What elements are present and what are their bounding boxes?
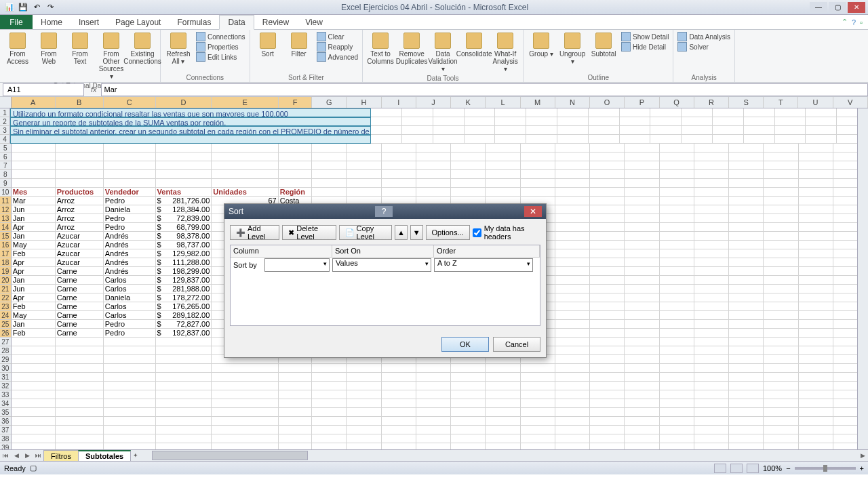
cell[interactable]: Jun bbox=[12, 205, 56, 214]
column-header-P[interactable]: P bbox=[625, 97, 659, 108]
cell[interactable]: Carne bbox=[56, 311, 104, 320]
cell[interactable] bbox=[694, 364, 729, 373]
macro-record-icon[interactable]: ▢ bbox=[30, 464, 37, 472]
cell[interactable] bbox=[104, 355, 156, 364]
cell[interactable] bbox=[104, 144, 156, 152]
cell[interactable] bbox=[416, 399, 451, 408]
cell[interactable] bbox=[465, 126, 496, 135]
cell[interactable]: Feb bbox=[12, 302, 56, 311]
cell[interactable] bbox=[279, 390, 312, 399]
cell[interactable] bbox=[56, 346, 104, 355]
cell[interactable]: Arroz bbox=[56, 223, 104, 232]
cell[interactable] bbox=[590, 267, 625, 276]
cell[interactable] bbox=[451, 399, 486, 408]
cell[interactable] bbox=[12, 346, 56, 355]
cell[interactable] bbox=[555, 152, 590, 161]
cell[interactable] bbox=[104, 338, 156, 346]
cell[interactable] bbox=[486, 161, 520, 170]
fx-icon[interactable]: fx bbox=[87, 85, 101, 94]
ribbon-button-from-text[interactable]: From Text bbox=[65, 31, 95, 66]
cell[interactable] bbox=[590, 249, 625, 258]
cell[interactable] bbox=[486, 364, 520, 373]
cell[interactable] bbox=[212, 144, 278, 152]
cell[interactable] bbox=[590, 179, 625, 188]
cell[interactable] bbox=[156, 152, 212, 161]
cell[interactable] bbox=[694, 144, 729, 152]
cell[interactable] bbox=[279, 373, 312, 382]
cell[interactable] bbox=[799, 170, 833, 179]
cell[interactable] bbox=[486, 443, 520, 449]
cell[interactable] bbox=[56, 417, 104, 426]
cell[interactable] bbox=[495, 117, 526, 126]
cell[interactable]: $129,982.00 bbox=[156, 249, 212, 258]
sheet-tab-filtros[interactable]: Filtros bbox=[43, 450, 79, 461]
cell[interactable] bbox=[729, 258, 764, 267]
cell[interactable] bbox=[521, 161, 555, 170]
cell[interactable] bbox=[555, 285, 590, 293]
cell[interactable] bbox=[104, 373, 156, 382]
cell[interactable] bbox=[555, 355, 590, 364]
cell[interactable] bbox=[799, 241, 833, 249]
cell[interactable] bbox=[729, 417, 764, 426]
cell[interactable] bbox=[416, 443, 451, 449]
cell[interactable] bbox=[557, 135, 589, 144]
cell[interactable] bbox=[764, 382, 798, 390]
cell[interactable] bbox=[486, 399, 520, 408]
cell[interactable] bbox=[555, 188, 590, 197]
cell[interactable] bbox=[590, 241, 625, 249]
cell[interactable] bbox=[521, 170, 555, 179]
cell[interactable] bbox=[694, 355, 729, 364]
cell[interactable]: Carne bbox=[56, 302, 104, 311]
cell[interactable] bbox=[451, 152, 486, 161]
cell[interactable] bbox=[694, 267, 729, 276]
cell[interactable] bbox=[526, 108, 557, 117]
row-header[interactable]: 30 bbox=[0, 364, 12, 373]
close-button[interactable]: ✕ bbox=[848, 2, 865, 13]
cell[interactable] bbox=[729, 205, 764, 214]
row-header[interactable]: 37 bbox=[0, 426, 12, 434]
cell[interactable] bbox=[625, 399, 659, 408]
cell[interactable]: Andrés bbox=[104, 241, 156, 249]
cell[interactable]: Pedro bbox=[104, 329, 156, 338]
cell[interactable] bbox=[764, 346, 798, 355]
column-header-S[interactable]: S bbox=[729, 97, 764, 108]
cell[interactable] bbox=[56, 364, 104, 373]
cell[interactable] bbox=[465, 117, 496, 126]
cell[interactable] bbox=[382, 373, 416, 382]
cell[interactable] bbox=[312, 188, 347, 197]
cell[interactable] bbox=[799, 399, 833, 408]
cell[interactable] bbox=[156, 434, 212, 443]
ribbon-button-remove-duplicates[interactable]: Remove Duplicates bbox=[397, 31, 427, 66]
cell[interactable]: $72,827.00 bbox=[156, 320, 212, 329]
cell[interactable] bbox=[56, 355, 104, 364]
cell[interactable] bbox=[486, 188, 520, 197]
cell[interactable] bbox=[590, 373, 625, 382]
table-header[interactable]: Mes bbox=[12, 188, 56, 197]
cell[interactable] bbox=[402, 108, 433, 117]
cell[interactable] bbox=[764, 223, 798, 232]
cell[interactable] bbox=[212, 152, 278, 161]
add-level-button[interactable]: ➕Add Level bbox=[230, 225, 279, 240]
cell[interactable] bbox=[347, 417, 381, 426]
cell[interactable] bbox=[764, 390, 798, 399]
cell[interactable] bbox=[56, 179, 104, 188]
column-header-E[interactable]: E bbox=[212, 97, 279, 108]
cell[interactable] bbox=[156, 390, 212, 399]
cell[interactable] bbox=[744, 126, 775, 135]
cell[interactable]: Apr bbox=[12, 267, 56, 276]
sheet-tab-subtotales[interactable]: Subtotales bbox=[78, 450, 131, 461]
cell[interactable] bbox=[660, 170, 694, 179]
cell[interactable] bbox=[590, 223, 625, 232]
instruction-text[interactable] bbox=[10, 135, 371, 144]
cell[interactable] bbox=[555, 434, 590, 443]
cell[interactable] bbox=[156, 346, 212, 355]
cell[interactable]: Apr bbox=[12, 223, 56, 232]
undo-icon[interactable]: ↶ bbox=[31, 2, 42, 13]
cell[interactable] bbox=[347, 382, 381, 390]
cell[interactable] bbox=[729, 443, 764, 449]
cell[interactable] bbox=[799, 426, 833, 434]
cell[interactable]: $68,799.00 bbox=[156, 223, 212, 232]
cell[interactable] bbox=[799, 355, 833, 364]
cell[interactable] bbox=[212, 382, 278, 390]
cell[interactable] bbox=[371, 135, 402, 144]
